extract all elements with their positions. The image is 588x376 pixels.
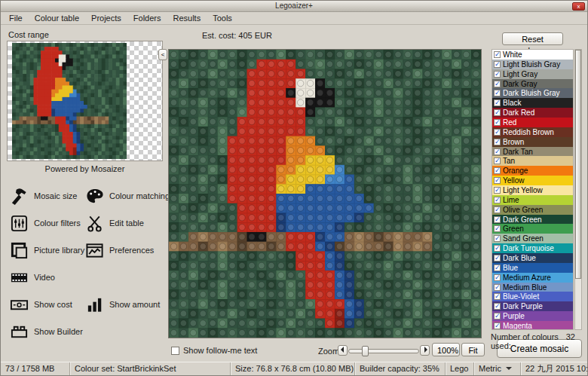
- color-row[interactable]: ✓ Sand Green: [492, 234, 573, 243]
- color-checkbox[interactable]: ✓: [494, 313, 501, 319]
- color-checkbox[interactable]: ✓: [494, 264, 501, 271]
- color-checkbox[interactable]: ✓: [494, 293, 501, 300]
- color-row[interactable]: ✓ Medium Blue: [492, 283, 573, 292]
- color-name: Yellow: [503, 176, 525, 185]
- color-checkbox[interactable]: ✓: [494, 109, 501, 116]
- color-checkbox[interactable]: ✓: [494, 71, 501, 78]
- tool-button[interactable]: Colour filters: [10, 214, 85, 233]
- app-window: Legoaizer+ x File Colour table Projects …: [0, 0, 588, 376]
- zoom-out-button[interactable]: [338, 345, 348, 356]
- color-name: Dark Purple: [503, 302, 543, 310]
- color-row[interactable]: ✓ Lime: [492, 195, 573, 205]
- tool-button[interactable]: Video: [10, 268, 85, 287]
- color-row[interactable]: ✓ Dark Green: [492, 215, 573, 225]
- zoom-fit-button[interactable]: Fit: [461, 343, 485, 356]
- color-checkbox[interactable]: ✓: [494, 167, 501, 174]
- color-checkbox[interactable]: ✓: [494, 157, 501, 164]
- mosaic-canvas: [169, 50, 481, 338]
- menu-item[interactable]: Colour table: [29, 12, 85, 24]
- color-row[interactable]: ✓ Dark Gray: [492, 79, 573, 89]
- color-row[interactable]: ✓ Dark Red: [492, 108, 573, 118]
- color-checkbox[interactable]: ✓: [494, 81, 501, 87]
- color-checkbox[interactable]: ✓: [494, 129, 501, 136]
- color-checkbox[interactable]: ✓: [494, 197, 501, 203]
- color-checkbox[interactable]: ✓: [494, 274, 501, 281]
- color-checkbox[interactable]: ✓: [494, 235, 501, 242]
- units-select[interactable]: Metric: [474, 362, 521, 375]
- color-row[interactable]: ✓ Green: [492, 224, 573, 234]
- color-name: Dark Green: [503, 216, 542, 224]
- tool-button[interactable]: Preferences: [85, 241, 167, 260]
- collapse-panel-button[interactable]: <: [158, 49, 167, 60]
- color-row[interactable]: ✓ Dark Bluish Gray: [492, 88, 573, 98]
- color-checkbox[interactable]: ✓: [494, 177, 501, 184]
- color-checkbox[interactable]: ✓: [494, 51, 501, 58]
- color-row[interactable]: ✓ Blue-Violet: [492, 292, 573, 301]
- tool-button[interactable]: Show cost: [10, 295, 85, 314]
- tool-button[interactable]: Show amount: [85, 295, 167, 314]
- color-checkbox[interactable]: ✓: [494, 90, 501, 96]
- color-checkbox[interactable]: ✓: [494, 303, 501, 310]
- reset-colours-button[interactable]: Reset colours: [502, 32, 563, 45]
- color-row[interactable]: ✓ Olive Green: [492, 205, 573, 215]
- menu-item[interactable]: Tools: [207, 12, 238, 24]
- color-checkbox[interactable]: ✓: [494, 139, 501, 145]
- tool-button[interactable]: Show Builder: [10, 323, 85, 341]
- color-name: Reddish Brown: [503, 128, 554, 136]
- colour-list-scrollbar[interactable]: [574, 49, 582, 330]
- color-row[interactable]: ✓ Tan: [492, 156, 573, 166]
- color-checkbox[interactable]: ✓: [494, 245, 501, 252]
- zoom-slider-track[interactable]: [348, 349, 419, 353]
- color-checkbox[interactable]: ✓: [494, 284, 501, 291]
- color-row[interactable]: ✓ Purple: [492, 311, 573, 321]
- color-checkbox[interactable]: ✓: [494, 206, 501, 213]
- color-row[interactable]: ✓ Dark Purple: [492, 301, 573, 311]
- color-checkbox[interactable]: ✓: [494, 216, 501, 223]
- scrollbar-thumb[interactable]: [575, 50, 581, 279]
- color-row[interactable]: ✓ Dark Tan: [492, 147, 573, 157]
- color-row[interactable]: ✓ Medium Azure: [492, 273, 573, 283]
- menu-item[interactable]: Folders: [127, 12, 167, 24]
- color-row[interactable]: ✓ Dark Blue: [492, 253, 573, 263]
- zoom-in-button[interactable]: [420, 345, 430, 356]
- color-row[interactable]: ✓ Light Yellow: [492, 185, 573, 195]
- tool-button[interactable]: Colour matching: [85, 187, 167, 206]
- color-row[interactable]: ✓ Dark Turquoise: [492, 243, 573, 253]
- color-checkbox[interactable]: ✓: [494, 61, 501, 68]
- color-checkbox[interactable]: ✓: [494, 99, 501, 106]
- tool-button[interactable]: Edit table: [85, 214, 167, 233]
- color-row[interactable]: ✓ Yellow: [492, 176, 573, 185]
- color-row[interactable]: ✓ Light Bluish Gray: [492, 60, 573, 69]
- color-row[interactable]: ✓ White: [492, 50, 573, 60]
- zoom-label: Zoom: [318, 347, 339, 356]
- color-row[interactable]: ✓ Black: [492, 98, 573, 108]
- color-checkbox[interactable]: ✓: [494, 255, 501, 261]
- hammer-icon: [10, 187, 29, 206]
- color-checkbox[interactable]: ✓: [494, 225, 501, 232]
- color-row[interactable]: ✓ Light Gray: [492, 69, 573, 79]
- zoom-slider-thumb[interactable]: [362, 346, 369, 356]
- tool-button[interactable]: Mosaic size: [10, 187, 85, 206]
- color-row[interactable]: ✓ Magenta: [492, 321, 573, 330]
- menu-item[interactable]: Results: [167, 12, 207, 24]
- color-checkbox[interactable]: ✓: [494, 323, 501, 329]
- menu-item[interactable]: File: [3, 12, 29, 24]
- color-name: Blue: [503, 264, 518, 272]
- zoom-100-button[interactable]: 100%: [432, 343, 460, 356]
- color-name: Medium Azure: [503, 274, 551, 282]
- color-checkbox[interactable]: ✓: [494, 187, 501, 194]
- follow-me-checkbox[interactable]: [171, 347, 179, 355]
- color-row[interactable]: ✓ Orange: [492, 166, 573, 176]
- color-row[interactable]: ✓ Blue: [492, 263, 573, 273]
- color-name: Brown: [503, 138, 524, 146]
- close-button[interactable]: x: [572, 2, 585, 11]
- color-checkbox[interactable]: ✓: [494, 119, 501, 126]
- color-row[interactable]: ✓ Red: [492, 118, 573, 127]
- color-name: Blue-Violet: [503, 292, 539, 301]
- menu-item[interactable]: Projects: [85, 12, 127, 24]
- tool-button[interactable]: Picture library: [10, 241, 85, 260]
- color-name: Tan: [503, 157, 515, 165]
- color-checkbox[interactable]: ✓: [494, 148, 501, 155]
- color-row[interactable]: ✓ Reddish Brown: [492, 127, 573, 137]
- color-row[interactable]: ✓ Brown: [492, 137, 573, 147]
